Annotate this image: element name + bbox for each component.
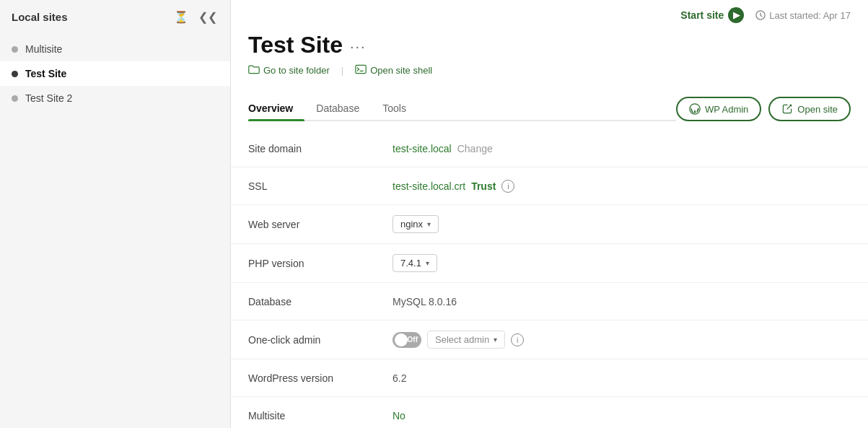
wordpress-version-value: 6.2 [393,372,406,384]
site-header: Test Site ··· Go to site folder | [231,23,868,88]
field-row-ssl: SSL test-site.local.crt Trust i [231,167,868,205]
collapse-icon[interactable]: ❮❮ [197,9,219,25]
action-divider: | [341,65,343,76]
field-label-web-server: Web server [248,219,393,230]
folder-icon [248,64,260,77]
field-value-database: MySQL 8.0.16 [393,296,457,307]
chevron-down-icon: ▾ [426,259,429,267]
field-row-database: Database MySQL 8.0.16 [231,283,868,320]
tab-row: Overview Database Tools WP Admin Open si… [231,88,868,130]
trust-button[interactable]: Trust [471,180,496,192]
field-label-site-domain: Site domain [248,143,393,154]
sidebar-item-label: Multisite [25,43,62,55]
multisite-value: No [393,410,405,422]
ssl-value: test-site.local.crt [393,180,465,192]
go-to-folder-button[interactable]: Go to site folder [248,64,338,77]
toggle-circle [395,333,408,346]
main-content: Start site ▶ Last started: Apr 17 Test S… [231,0,868,428]
field-row-wordpress-version: WordPress version 6.2 [231,359,868,397]
web-server-value: nginx [400,219,423,230]
wp-admin-button[interactable]: WP Admin [676,97,761,121]
tab-database[interactable]: Database [304,97,371,120]
wordpress-icon [689,103,701,115]
field-row-web-server: Web server nginx ▾ [231,205,868,244]
chevron-down-icon: ▾ [427,220,431,228]
field-value-site-domain: test-site.local Change [393,143,493,154]
field-label-ssl: SSL [248,180,393,192]
tab-nav: Overview Database Tools [248,97,676,121]
terminal-icon [355,64,367,77]
field-row-php-version: PHP version 7.4.1 ▾ [231,244,868,283]
field-row-site-domain: Site domain test-site.local Change [231,130,868,167]
field-value-one-click-admin: Off Select admin ▾ i [393,331,524,349]
sidebar-item-label: Test Site [25,68,66,79]
open-site-button[interactable]: Open site [768,97,851,121]
field-label-multisite: Multisite [248,410,393,422]
tab-tools[interactable]: Tools [371,97,418,120]
site-status-dot [12,71,18,77]
clock-icon [755,10,766,20]
field-label-php-version: PHP version [248,258,393,269]
main-topbar: Start site ▶ Last started: Apr 17 [231,0,868,23]
toggle-label: Off [408,336,418,344]
web-server-dropdown[interactable]: nginx ▾ [393,215,439,233]
sidebar-title: Local sites [12,11,68,23]
more-options-button[interactable]: ··· [350,38,367,55]
sidebar-item-test-site[interactable]: Test Site [0,61,230,86]
field-value-ssl: test-site.local.crt Trust i [393,180,514,193]
go-to-folder-label: Go to site folder [263,65,330,76]
site-actions: Go to site folder | Open site shell [248,64,851,77]
history-icon[interactable]: ⏳ [172,9,190,25]
start-site-label: Start site [680,9,724,21]
field-value-wordpress-version: 6.2 [393,372,406,384]
tab-actions: WP Admin Open site [676,88,851,130]
field-row-one-click-admin: One-click admin Off Select admin ▾ i [231,320,868,359]
svg-rect-1 [356,65,366,73]
wp-admin-label: WP Admin [705,104,748,115]
field-value-php-version: 7.4.1 ▾ [393,254,437,272]
field-value-multisite: No [393,410,405,422]
sidebar-icons: ⏳ ❮❮ [172,9,219,25]
select-admin-dropdown[interactable]: Select admin ▾ [427,331,505,349]
field-row-multisite: Multisite No [231,397,868,428]
open-site-label: Open site [797,104,838,115]
php-version-value: 7.4.1 [400,258,421,268]
site-status-dot [12,46,18,53]
open-site-shell-button[interactable]: Open site shell [346,64,441,77]
sidebar-header: Local sites ⏳ ❮❮ [0,0,230,34]
open-site-shell-label: Open site shell [370,65,432,76]
change-domain-button[interactable]: Change [457,143,493,154]
field-label-database: Database [248,296,393,307]
field-label-one-click-admin: One-click admin [248,334,393,346]
start-site-arrow-icon: ▶ [728,7,744,23]
field-value-web-server: nginx ▾ [393,215,439,233]
database-value: MySQL 8.0.16 [393,296,457,307]
field-label-wordpress-version: WordPress version [248,372,393,384]
external-link-icon [781,103,793,115]
chevron-down-icon: ▾ [494,336,497,344]
site-status-dot [12,95,18,102]
one-click-admin-info-icon[interactable]: i [511,333,524,346]
overview-content: Site domain test-site.local Change SSL t… [231,130,868,428]
ssl-info-icon[interactable]: i [501,180,514,193]
domain-value: test-site.local [393,143,452,154]
site-title-row: Test Site ··· [248,32,851,58]
sidebar-item-test-site-2[interactable]: Test Site 2 [0,86,230,110]
php-version-dropdown[interactable]: 7.4.1 ▾ [393,254,437,272]
start-site-button[interactable]: Start site ▶ [680,7,744,23]
select-admin-placeholder: Select admin [435,334,489,345]
sidebar-item-label: Test Site 2 [25,92,72,104]
sidebar-item-multisite[interactable]: Multisite [0,37,230,61]
tab-overview[interactable]: Overview [248,97,304,120]
site-title: Test Site [248,32,343,58]
sidebar: Local sites ⏳ ❮❮ Multisite Test Site Tes… [0,0,231,428]
site-list: Multisite Test Site Test Site 2 [0,34,230,113]
last-started-info: Last started: Apr 17 [755,10,851,21]
one-click-admin-toggle[interactable]: Off [393,332,421,348]
